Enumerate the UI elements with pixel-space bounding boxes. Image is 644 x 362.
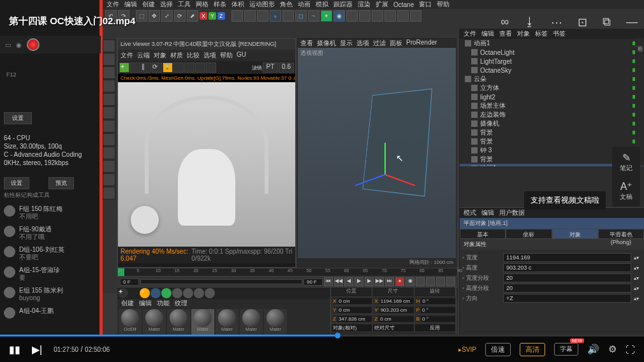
spline-button[interactable]: ~ <box>308 10 319 22</box>
menu-item[interactable]: 体积 <box>231 0 244 9</box>
spinner-icon[interactable]: ▴▾ <box>634 255 641 261</box>
mat-btn[interactable]: ✦ <box>118 288 128 298</box>
coord-size[interactable]: 903.203 cm <box>379 307 414 313</box>
model-mode[interactable] <box>103 40 115 52</box>
menu-item[interactable]: 跟踪器 <box>333 0 353 9</box>
key-opts[interactable] <box>426 277 435 286</box>
svip-badge[interactable]: ▸SVIP <box>458 346 476 353</box>
tool-button[interactable] <box>359 10 370 22</box>
menu-item[interactable]: 运动图形 <box>249 0 275 9</box>
mat-btn[interactable] <box>183 288 193 298</box>
attr-edit[interactable]: 编辑 <box>481 208 494 217</box>
rotate-tool[interactable]: ⟳ <box>174 10 186 22</box>
settings2-button[interactable]: 设置 <box>4 177 29 189</box>
axis-x-toggle[interactable]: X <box>200 12 207 20</box>
preview-button[interactable]: 预览 <box>48 177 74 189</box>
menu-item[interactable]: 选择 <box>160 0 173 9</box>
notes-button[interactable]: ✎笔记 <box>620 152 633 173</box>
menu-item[interactable]: 文件 <box>106 0 119 9</box>
menu-item[interactable]: 角色 <box>280 0 293 9</box>
camera-icon[interactable]: ◉ <box>16 41 22 48</box>
attr-value[interactable]: 20 <box>503 273 631 282</box>
close-icon[interactable]: — <box>626 15 638 29</box>
attr-value[interactable]: 903.203 c <box>503 263 631 272</box>
select-tool[interactable]: ⬚ <box>136 10 147 22</box>
vtab[interactable]: 构造 <box>635 38 643 47</box>
material-slot[interactable]: Mater <box>264 309 287 335</box>
mat-tab[interactable]: 创建 <box>121 299 134 308</box>
menu-item[interactable]: 扩展 <box>376 0 388 9</box>
mat-btn[interactable] <box>205 288 215 298</box>
poly-mode[interactable] <box>103 93 115 106</box>
share-icon[interactable]: ∞ <box>501 15 509 29</box>
tool-button[interactable] <box>346 10 358 22</box>
menu-item[interactable]: 帮助 <box>437 0 450 9</box>
plane-object[interactable] <box>363 89 432 196</box>
play-pause-button[interactable]: ▮▮ <box>9 344 20 356</box>
settings-button[interactable]: 设置 <box>4 112 32 124</box>
tool-mode[interactable] <box>103 187 115 199</box>
mat-btn[interactable] <box>129 288 139 298</box>
tab-object[interactable]: 对象 <box>552 229 598 239</box>
tool-button[interactable] <box>231 10 243 22</box>
point-mode[interactable] <box>103 66 115 79</box>
float-icon[interactable]: ⧉ <box>603 15 611 29</box>
menu-item[interactable]: 动画 <box>298 0 311 9</box>
download-icon[interactable]: ⭳ <box>524 15 536 29</box>
lv-tool[interactable] <box>206 62 216 73</box>
material-slot[interactable]: OctDif <box>119 309 142 335</box>
key-opts[interactable] <box>436 277 445 286</box>
menu-item[interactable]: 网格 <box>196 0 209 9</box>
rp-menu-item[interactable]: 标签 <box>535 29 548 38</box>
speed-button[interactable]: 倍速 <box>485 343 511 356</box>
tool-button[interactable]: ◉ <box>333 10 345 22</box>
settings-icon[interactable]: ⚙ <box>608 344 617 355</box>
lv-menu-item[interactable]: 云端 <box>137 51 150 60</box>
menu-item[interactable]: 样条 <box>214 0 226 9</box>
cube-button[interactable]: ◻ <box>295 10 307 22</box>
rp-menu-item[interactable]: 编辑 <box>481 29 494 38</box>
lv-tool[interactable] <box>195 62 205 73</box>
menu-item[interactable]: 工具 <box>178 0 191 9</box>
render-button[interactable]: ⬦ <box>270 10 281 22</box>
tool-mode[interactable] <box>103 173 115 186</box>
key-opts[interactable] <box>416 277 425 286</box>
tree-row[interactable]: 背景 <box>460 137 644 146</box>
frame-end[interactable]: 90 F <box>304 279 323 286</box>
vp-menu-item[interactable]: ProRender <box>406 39 437 48</box>
tab-basic[interactable]: 基本 <box>460 229 506 239</box>
fullscreen-icon[interactable]: ⛶ <box>626 344 635 355</box>
tool-button[interactable] <box>384 10 396 22</box>
tool-button[interactable] <box>244 10 256 22</box>
spinner-icon[interactable]: ▴▾ <box>634 296 641 301</box>
lv-tool[interactable] <box>173 62 184 73</box>
tool-button[interactable] <box>257 10 268 22</box>
menu-item[interactable]: 模拟 <box>316 0 328 9</box>
autokey[interactable]: ◉ <box>406 277 414 286</box>
tool-button[interactable]: ✦ <box>321 10 332 22</box>
material-slot[interactable]: Mater <box>167 309 190 335</box>
coord-size[interactable]: 1194.169 cm <box>379 298 414 304</box>
mat-btn[interactable] <box>172 288 182 298</box>
lv-tool[interactable] <box>130 62 140 73</box>
edge-mode[interactable] <box>103 80 115 92</box>
tree-row[interactable]: OctaneLight <box>460 48 644 57</box>
menu-item[interactable]: 创建 <box>142 0 155 9</box>
axis-z-toggle[interactable]: Z <box>217 12 225 20</box>
tool-button[interactable] <box>397 10 409 22</box>
tree-row[interactable]: 背景 <box>460 128 644 137</box>
gizmo-y-axis[interactable] <box>384 143 386 175</box>
viewport-scene[interactable]: ↖ <box>298 48 456 258</box>
screen-icon[interactable]: ▭ <box>5 41 11 48</box>
tree-row[interactable]: light2 <box>460 92 644 101</box>
vp-menu-item[interactable]: 过滤 <box>373 39 386 48</box>
next-button[interactable]: ▶| <box>32 344 42 356</box>
lv-render-start[interactable]: ✦ <box>119 62 129 73</box>
coord-pos[interactable]: 0 cm <box>337 307 372 313</box>
lv-menu-item[interactable]: 对象 <box>154 51 166 60</box>
menu-item[interactable]: 渲染 <box>358 0 370 9</box>
tool-mode[interactable] <box>103 147 115 159</box>
perspective-viewport[interactable]: 查看 摄像机 显示 选项 过滤 面板 ProRender 透视视图 ↖ 网格间距… <box>297 38 457 268</box>
pointer-tool[interactable]: ⬈ <box>187 10 198 22</box>
attr-value[interactable]: +Z <box>503 294 631 303</box>
